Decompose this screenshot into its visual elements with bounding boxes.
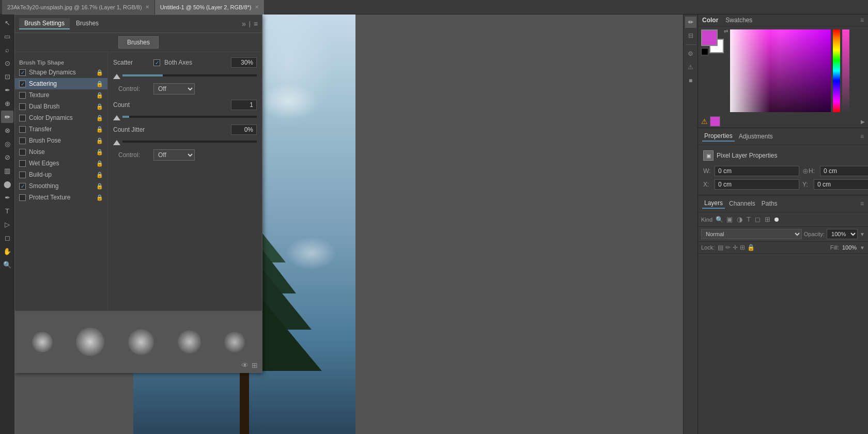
cb-noise[interactable] xyxy=(19,149,26,156)
tool-quick-select[interactable]: ⊙ xyxy=(1,57,13,69)
tool-select-rect[interactable]: ▭ xyxy=(1,30,13,42)
mini-tool-adjust[interactable]: ⊟ xyxy=(685,30,696,41)
layers-menu-icon[interactable]: ≡ xyxy=(860,200,864,207)
cb-wet-edges[interactable] xyxy=(19,160,26,167)
brush-list-item-smoothing[interactable]: Smoothing 🔒 xyxy=(15,180,107,192)
tab-brush-settings[interactable]: Brush Settings xyxy=(19,18,70,29)
color-picker-gradient[interactable] xyxy=(730,29,831,112)
tool-spot-heal[interactable]: ⊕ xyxy=(1,97,13,110)
brush-list-item-shape-dynamics[interactable]: Shape Dynamics 🔒 xyxy=(15,67,107,78)
mini-tool-settings[interactable]: ⚙ xyxy=(685,48,696,59)
brush-list-item-scattering[interactable]: Scattering 🔒 xyxy=(15,78,107,89)
opacity-select[interactable]: 100% xyxy=(827,229,858,239)
tool-gradient[interactable]: ▥ xyxy=(1,164,13,177)
tab-adjustments[interactable]: Adjustments xyxy=(737,132,775,141)
brush-list-item-build-up[interactable]: Build-up 🔒 xyxy=(15,169,107,180)
tab-paths[interactable]: Paths xyxy=(760,199,780,208)
mini-tool-square[interactable]: ■ xyxy=(685,75,696,86)
brush-list-item-brush-pose[interactable]: Brush Pose 🔒 xyxy=(15,135,107,146)
color-title[interactable]: Color xyxy=(702,17,718,24)
kind-adjust-icon[interactable]: ◑ xyxy=(736,214,743,224)
lock-checkerboard[interactable]: ▤ xyxy=(718,244,723,251)
tab-channels[interactable]: Channels xyxy=(727,199,757,208)
tool-crop[interactable]: ⊡ xyxy=(1,70,13,83)
cb-protect-texture[interactable] xyxy=(19,194,26,201)
color-swatch-small[interactable] xyxy=(710,116,720,127)
tab-brushes[interactable]: Brushes xyxy=(71,18,104,29)
swatches-title[interactable]: Swatches xyxy=(725,17,752,24)
expand-arrow[interactable]: ▶ xyxy=(861,119,865,125)
scatter-value[interactable]: 30% xyxy=(231,57,257,68)
fill-value[interactable]: 100% xyxy=(842,244,857,251)
count-jitter-value[interactable]: 0% xyxy=(231,125,257,135)
tool-history[interactable]: ◎ xyxy=(1,137,13,150)
mini-tool-brush[interactable]: ✏ xyxy=(685,17,696,28)
x-input[interactable] xyxy=(715,179,799,190)
tool-dodge[interactable]: ⬤ xyxy=(1,178,13,190)
y-input[interactable] xyxy=(814,179,868,190)
brush-list-item-color-dynamics[interactable]: Color Dynamics 🔒 xyxy=(15,112,107,123)
cb-dual-brush[interactable] xyxy=(19,103,26,110)
count-slider-track[interactable] xyxy=(122,116,257,118)
both-axes-checkbox[interactable] xyxy=(153,59,160,66)
brush-list-item-transfer[interactable]: Transfer 🔒 xyxy=(15,123,107,135)
cb-shape-dynamics[interactable] xyxy=(19,69,26,76)
brush-list-item-protect-texture[interactable]: Protect Texture 🔒 xyxy=(15,192,107,203)
preview-add-icon[interactable]: ⊞ xyxy=(252,361,258,369)
h-input[interactable] xyxy=(820,166,868,176)
panel-menu-icon[interactable]: ≡ xyxy=(254,20,258,28)
tab-file1[interactable]: 23AkTe3y20-unsplash.jpg @ 16.7% (Layer 1… xyxy=(2,0,155,14)
cb-scattering[interactable] xyxy=(19,81,26,87)
count-jitter-control-select[interactable]: Off xyxy=(153,149,195,161)
brush-list-item-wet-edges[interactable]: Wet Edges 🔒 xyxy=(15,158,107,169)
lock-position[interactable]: ✛ xyxy=(733,244,738,251)
foreground-color[interactable] xyxy=(701,29,718,46)
tab-file2[interactable]: Untitled-1 @ 50% (Layer 2, RGB/8*) ✕ xyxy=(155,0,265,14)
tab-file2-close[interactable]: ✕ xyxy=(255,4,259,10)
color-panel-menu-icon[interactable]: ≡ xyxy=(860,17,864,24)
mini-tool-warning[interactable]: ⚠ xyxy=(685,61,696,73)
kind-smart-icon[interactable]: ⊞ xyxy=(764,214,771,224)
tab-properties[interactable]: Properties xyxy=(702,131,735,142)
panel-expand-icon[interactable]: » xyxy=(242,20,246,28)
tool-eyedropper[interactable]: ✒ xyxy=(1,84,13,96)
fill-chevron[interactable]: ▼ xyxy=(860,245,865,251)
tool-path-select[interactable]: ▷ xyxy=(1,218,13,230)
tool-shape[interactable]: ◻ xyxy=(1,231,13,244)
cb-brush-pose[interactable] xyxy=(19,137,26,144)
swap-colors-button[interactable]: ⇄ xyxy=(724,28,728,34)
lock-artboard[interactable]: ⊞ xyxy=(740,244,745,251)
tab-file1-close[interactable]: ✕ xyxy=(145,4,149,10)
default-colors-button[interactable] xyxy=(701,48,708,55)
color-opacity-strip[interactable] xyxy=(842,29,849,112)
properties-menu-icon[interactable]: ≡ xyxy=(860,133,864,140)
lock-brush[interactable]: ✏ xyxy=(725,244,731,251)
brushes-button[interactable]: Brushes xyxy=(118,36,159,49)
tool-lasso[interactable]: ⌕ xyxy=(1,43,13,56)
tool-text[interactable]: T xyxy=(1,205,13,217)
kind-shape-icon[interactable]: ◻ xyxy=(754,214,762,224)
color-hue-strip[interactable] xyxy=(833,29,840,112)
cb-color-dynamics[interactable] xyxy=(19,115,26,121)
tool-move[interactable]: ↖ xyxy=(1,17,13,29)
link-icon[interactable]: ⊕ xyxy=(802,167,809,175)
count-value[interactable]: 1 xyxy=(231,100,257,110)
preview-eye-icon[interactable]: 👁 xyxy=(241,361,249,369)
brush-list-item-noise[interactable]: Noise 🔒 xyxy=(15,146,107,158)
blend-mode-select[interactable]: Normal Dissolve Multiply Screen xyxy=(701,229,802,239)
w-input[interactable] xyxy=(715,166,799,176)
brush-list-item-texture[interactable]: Texture 🔒 xyxy=(15,89,107,101)
tool-hand[interactable]: ✋ xyxy=(1,245,13,257)
scatter-slider-track[interactable] xyxy=(122,74,257,76)
cb-smoothing[interactable] xyxy=(19,183,26,190)
lock-all[interactable]: 🔒 xyxy=(747,244,755,251)
brush-list-item-dual-brush[interactable]: Dual Brush 🔒 xyxy=(15,101,107,112)
scatter-control-select[interactable]: Off xyxy=(153,83,195,95)
tool-eraser[interactable]: ⊘ xyxy=(1,151,13,163)
kind-pixel-icon[interactable]: ▣ xyxy=(725,214,734,224)
cb-texture[interactable] xyxy=(19,92,26,99)
cb-transfer[interactable] xyxy=(19,126,26,133)
kind-text-icon[interactable]: T xyxy=(746,214,752,224)
tool-pen[interactable]: ✒ xyxy=(1,191,13,204)
opacity-chevron[interactable]: ▼ xyxy=(860,231,865,237)
